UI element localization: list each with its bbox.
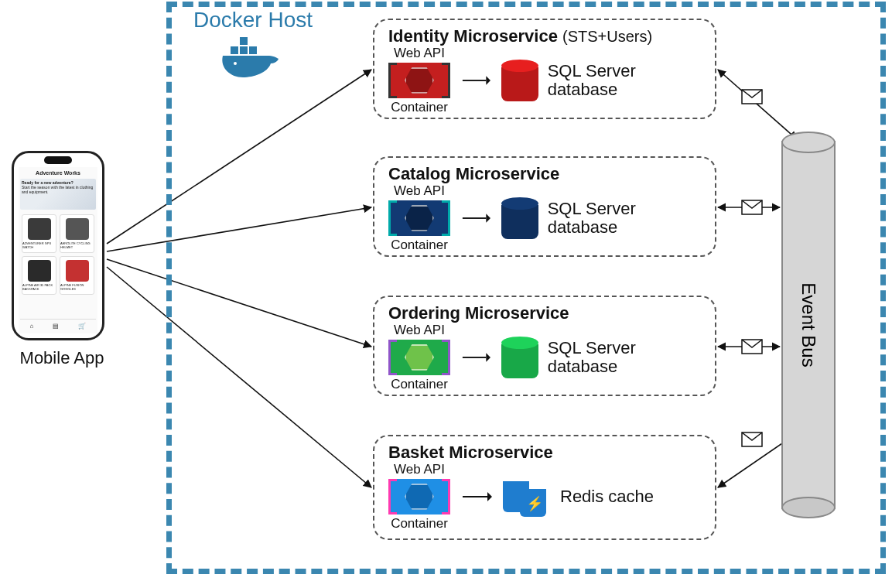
container-label: Container (388, 238, 450, 252)
product-swatch (66, 260, 89, 282)
phone-product-grid: ADVENTURER GPS WATCH AEROLITE CYCLING HE… (19, 213, 97, 296)
ordering-title: Ordering Microservice (388, 303, 702, 323)
product-name: AEROLITE CYCLING HELMET (60, 241, 94, 249)
identity-title-text: Identity Microservice (388, 26, 558, 46)
list-icon: ▤ (53, 323, 59, 330)
bracket-icon (442, 340, 450, 375)
db-cyl (501, 67, 538, 101)
ordering-title-text: Ordering Microservice (388, 303, 569, 323)
svg-point-4 (234, 62, 237, 65)
arrow-icon (461, 489, 492, 504)
product-swatch (66, 218, 89, 240)
product-name: ALPINE FUSION GOGGLES (60, 283, 94, 291)
container-icon (388, 63, 450, 98)
envelope-icon (741, 89, 763, 104)
container-label: Container (388, 517, 450, 531)
product-swatch (28, 218, 51, 240)
container-label: Container (388, 101, 450, 115)
db-cyl (501, 344, 538, 378)
arrow-icon (461, 210, 490, 226)
identity-title: Identity Microservice (STS+Users) (388, 26, 702, 46)
basket-microservice-box: Basket Microservice Web API Container (373, 435, 716, 540)
identity-webapi-col: Web API Container (388, 46, 450, 115)
bracket-icon (388, 63, 397, 98)
webapi-label: Web API (388, 463, 450, 477)
catalog-title-text: Catalog Microservice (388, 164, 559, 183)
database-icon (501, 337, 537, 378)
catalog-microservice-box: Catalog Microservice Web API Container S… (373, 156, 716, 257)
event-bus-top (781, 132, 836, 153)
bracket-icon (442, 200, 450, 236)
docker-whale-icon (217, 32, 294, 79)
phone-product-card: ALPINE FUSION GOGGLES (60, 256, 94, 295)
docker-host-label: Docker Host (193, 8, 313, 32)
webapi-label: Web API (388, 184, 450, 198)
phone-product-card: ALPINE AIR 35 PACK BACKPACK (22, 256, 56, 295)
event-bus-label: Event Bus (798, 282, 819, 367)
bracket-icon (388, 200, 397, 236)
container-icon (388, 200, 450, 236)
db-lid (501, 337, 538, 349)
mobile-phone: Adventure Works Ready for a new adventur… (12, 151, 104, 340)
arrow-icon (461, 73, 490, 88)
cart-icon: 🛒 (78, 323, 86, 330)
container-icon (388, 479, 450, 514)
db-lid (501, 60, 538, 72)
db-cyl (501, 205, 538, 239)
envelope-icon (741, 432, 763, 447)
bracket-icon (442, 63, 450, 98)
catalog-store-label: SQL Server database (548, 200, 702, 237)
diagram-canvas: Docker Host Adventure Works Ready for a … (0, 0, 892, 588)
home-icon: ⌂ (30, 323, 34, 330)
identity-store-label: SQL Server database (548, 62, 702, 99)
bracket-icon (388, 479, 397, 514)
catalog-title: Catalog Microservice (388, 164, 702, 184)
envelope-icon (741, 200, 763, 215)
svg-rect-0 (231, 46, 238, 54)
envelope-icon (741, 339, 763, 354)
basket-store-label: Redis cache (560, 487, 654, 506)
phone-notch (44, 156, 72, 164)
lightning-icon: ⚡ (526, 495, 543, 512)
ordering-microservice-box: Ordering Microservice Web API Container … (373, 296, 716, 396)
basket-webapi-col: Web API Container (388, 463, 450, 531)
basket-title: Basket Microservice (388, 443, 702, 463)
product-name: ALPINE AIR 35 PACK BACKPACK (22, 283, 56, 291)
mobile-app-label: Mobile App (12, 348, 112, 368)
db-lid (501, 197, 538, 210)
arrow-icon (461, 350, 490, 365)
bracket-icon (442, 479, 450, 514)
webapi-label: Web API (388, 46, 450, 60)
identity-microservice-box: Identity Microservice (STS+Users) Web AP… (373, 19, 716, 119)
svg-rect-3 (240, 37, 248, 45)
database-icon (501, 60, 537, 101)
basket-title-text: Basket Microservice (388, 443, 553, 462)
phone-product-card: ADVENTURER GPS WATCH (22, 214, 56, 253)
event-bus: Event Bus (781, 132, 836, 518)
phone-tabbar: ⌂ ▤ 🛒 (20, 319, 96, 332)
phone-hero: Ready for a new adventure? Start the sea… (20, 179, 96, 210)
redis-cache-icon: ⚡ (503, 475, 549, 518)
container-label: Container (388, 378, 450, 391)
phone-hero-sub: Start the season with the latest in clot… (22, 185, 94, 194)
svg-rect-1 (240, 46, 248, 54)
ordering-webapi-col: Web API Container (388, 323, 450, 391)
identity-title-suffix: (STS+Users) (562, 28, 652, 45)
phone-screen: Adventure Works Ready for a new adventur… (19, 167, 97, 333)
catalog-webapi-col: Web API Container (388, 184, 450, 252)
database-icon (501, 197, 537, 239)
webapi-label: Web API (388, 323, 450, 337)
phone-brand: Adventure Works (19, 167, 97, 176)
bracket-icon (388, 340, 397, 375)
container-icon (388, 340, 450, 375)
svg-rect-2 (249, 46, 257, 54)
ordering-store-label: SQL Server database (548, 339, 702, 376)
product-swatch (28, 260, 51, 282)
phone-product-card: AEROLITE CYCLING HELMET (60, 214, 94, 253)
product-name: ADVENTURER GPS WATCH (22, 241, 56, 249)
event-bus-bottom (781, 497, 836, 518)
